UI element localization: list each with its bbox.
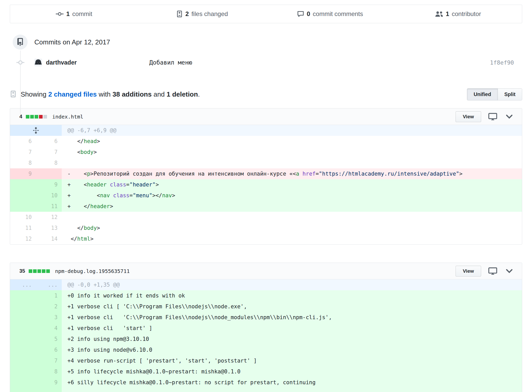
stats-bar: 1 commit 2 files changed 0 commit commen… — [10, 5, 522, 23]
old-line-number[interactable]: 11 — [10, 223, 36, 233]
stat-contributors[interactable]: 1 contributor — [394, 10, 522, 18]
diffstat — [26, 115, 47, 119]
commit-author[interactable]: darthvader — [46, 59, 77, 66]
old-line-number[interactable] — [10, 323, 36, 334]
code-line: +0 info it worked if it ends with ok — [62, 290, 522, 301]
diff-row: 3+1 verbose cli 'C:\\Program Files\\node… — [10, 312, 522, 323]
old-line-number[interactable]: 12 — [10, 233, 36, 244]
diff-row: 88 — [10, 158, 522, 168]
old-line-number[interactable] — [10, 334, 36, 344]
new-line-number[interactable]: 12 — [36, 212, 62, 223]
new-line-number[interactable]: 11 — [36, 201, 62, 212]
code-line: +1 verbose cli [ 'C:\\Program Files\\nod… — [62, 301, 522, 312]
old-line-number[interactable] — [10, 301, 36, 312]
diff-row: 7+4 verbose run-script [ 'prestart', 'st… — [10, 355, 522, 366]
deletions-count: 1 deletion — [167, 90, 198, 98]
hunk-header-row: ......@@ -0,0 +1,35 @@ — [10, 279, 522, 290]
chevron-down-icon[interactable] — [505, 268, 513, 274]
diff-sign — [67, 225, 71, 231]
unified-button[interactable]: Unified — [467, 89, 498, 100]
old-line-number[interactable] — [10, 179, 36, 190]
diff-row: 2+1 verbose cli [ 'C:\\Program Files\\no… — [10, 301, 522, 312]
old-line-number[interactable] — [10, 344, 36, 355]
new-line-number[interactable]: 5 — [36, 334, 62, 344]
code-line — [62, 158, 522, 168]
code-line — [62, 212, 522, 223]
commit-page: 1 commit 2 files changed 0 commit commen… — [0, 5, 532, 392]
people-icon — [435, 11, 443, 17]
diff-sign: + — [67, 358, 71, 364]
old-line-number[interactable] — [10, 290, 36, 301]
new-line-number[interactable]: 13 — [36, 223, 62, 233]
new-line-number[interactable]: 2 — [36, 301, 62, 312]
old-line-number[interactable] — [10, 312, 36, 323]
diff-sign: + — [67, 325, 71, 331]
file-changes-count: 35 — [19, 268, 25, 274]
new-line-number[interactable]: 1 — [36, 290, 62, 301]
showing-prefix: Showing — [21, 90, 48, 98]
diff-row: 5+2 info using npm@3.10.10 — [10, 334, 522, 344]
stat-label: contributor — [452, 10, 481, 18]
avatar[interactable] — [34, 59, 42, 66]
commit-message[interactable]: Добавил меню — [149, 59, 192, 66]
commit-hash[interactable]: 1f8ef90 — [490, 59, 522, 66]
diff-sign: + — [67, 347, 71, 353]
split-button[interactable]: Split — [498, 89, 522, 100]
old-line-number[interactable]: 7 — [10, 147, 36, 158]
old-line-number[interactable]: 9 — [10, 168, 36, 179]
diffstat-block — [37, 269, 41, 273]
new-line-number[interactable]: 3 — [36, 312, 62, 323]
diffstat-block — [29, 269, 32, 273]
code-line: +4 verbose run-script [ 'prestart', 'sta… — [62, 355, 522, 366]
diffstat — [29, 269, 50, 273]
code-line: +5 info lifecycle mishka@0.1.0~prestart:… — [62, 366, 522, 377]
diff-row: 1+0 info it worked if it ends with ok — [10, 290, 522, 301]
new-line-number[interactable]: 4 — [36, 323, 62, 334]
chevron-down-icon[interactable] — [505, 114, 513, 120]
view-button[interactable]: View — [456, 111, 481, 122]
view-button[interactable]: View — [456, 266, 481, 277]
diff-row: 9+6 silly lifecycle mishka@0.1.0~prestar… — [10, 377, 522, 388]
old-line-number[interactable] — [10, 355, 36, 366]
display-rich-diff-icon[interactable] — [488, 113, 497, 121]
diff-row: 4+1 verbose cli 'start' ] — [10, 323, 522, 334]
diff-sign — [67, 236, 71, 242]
file-changes-count: 4 — [19, 114, 22, 120]
hunk-gutter-dots: ... — [36, 279, 62, 290]
file-header: 4 index.html View — [10, 108, 522, 125]
diffstat-block — [42, 269, 45, 273]
changed-files-link[interactable]: 2 changed files — [48, 90, 97, 98]
diff-row: 9+ <header class="header"> — [10, 179, 522, 190]
new-line-number[interactable]: 7 — [36, 147, 62, 158]
old-line-number[interactable] — [10, 190, 36, 201]
new-line-number[interactable]: 14 — [36, 233, 62, 244]
stat-files-changed[interactable]: 2 files changed — [138, 10, 266, 18]
old-line-number[interactable]: 6 — [10, 136, 36, 147]
new-line-number[interactable]: 10 — [36, 190, 62, 201]
stat-number: 2 — [185, 10, 189, 18]
stat-number: 1 — [446, 10, 449, 18]
new-line-number[interactable]: 9 — [36, 179, 62, 190]
old-line-number[interactable] — [10, 366, 36, 377]
old-line-number[interactable] — [10, 201, 36, 212]
old-line-number[interactable]: 8 — [10, 158, 36, 168]
new-line-number[interactable]: 8 — [36, 158, 62, 168]
new-line-number[interactable]: 7 — [36, 355, 62, 366]
diff-row: 1214 </html> — [10, 233, 522, 244]
old-line-number[interactable]: 10 — [10, 212, 36, 223]
new-line-number[interactable] — [36, 168, 62, 179]
old-line-number[interactable] — [10, 377, 36, 388]
file-diff-icon — [176, 10, 183, 18]
new-line-number[interactable]: 8 — [36, 366, 62, 377]
new-line-number[interactable]: 6 — [36, 136, 62, 147]
code-line: - <p>Репозиторий создан для обучения на … — [62, 168, 522, 179]
showing-summary: Showing 2 changed files with 38 addition… — [21, 90, 200, 98]
stat-commits[interactable]: 1 commit — [10, 10, 138, 18]
code-line: +1 verbose cli 'C:\\Program Files\\nodej… — [62, 312, 522, 323]
unfold-icon[interactable] — [10, 125, 62, 136]
stat-commit-comments[interactable]: 0 commit comments — [266, 10, 394, 18]
commits-section: Commits on Apr 12, 2017 darthvader Добав… — [10, 35, 522, 68]
new-line-number[interactable]: 6 — [36, 344, 62, 355]
display-rich-diff-icon[interactable] — [488, 267, 497, 275]
new-line-number[interactable]: 9 — [36, 377, 62, 388]
